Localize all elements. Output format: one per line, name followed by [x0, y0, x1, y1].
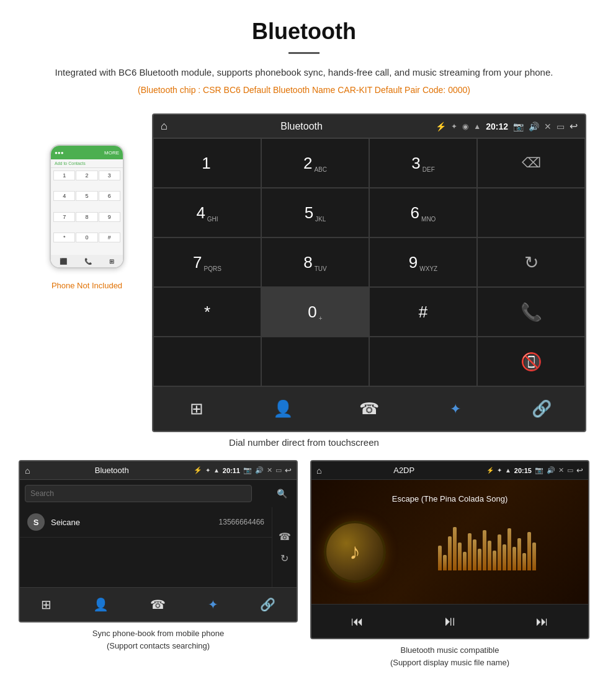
contacts-tab-button[interactable]: 👤: [267, 394, 298, 425]
car-location-icon: ◉: [462, 122, 468, 131]
music-home-icon[interactable]: ⌂: [316, 466, 321, 476]
pb-refresh-action-icon[interactable]: ↻: [280, 552, 288, 564]
dial-key-hash[interactable]: #: [369, 287, 477, 337]
music-prev-button[interactable]: ⏮: [351, 614, 364, 629]
music-screen: ⌂ A2DP ⚡ ✦ ▲ 20:15 📷 🔊 ✕ ▭ ↩ Escape (The…: [310, 460, 589, 639]
phone-icon: ☎: [359, 399, 379, 419]
viz-bar: [483, 530, 486, 570]
music-note-icon: ♪: [349, 539, 360, 565]
music-caption: Bluetooth music compatible (Support disp…: [390, 644, 509, 668]
call-button[interactable]: 📞: [477, 287, 585, 337]
phone-grid-icon: ⊞: [109, 258, 114, 265]
dial-key-4[interactable]: 4GHI: [153, 188, 261, 237]
dial-key-3[interactable]: 3DEF: [369, 138, 477, 188]
main-caption: Dial number direct from touchscreen: [0, 437, 608, 448]
music-status-right: ⚡ ✦ ▲ 20:15 📷 🔊 ✕ ▭ ↩: [486, 466, 583, 475]
bluetooth-tab-button[interactable]: ✦: [440, 394, 471, 425]
dial-key-7[interactable]: 7PQRS: [153, 237, 261, 287]
viz-bar: [443, 555, 447, 570]
pb-contact-list-area: S Seicane 13566664466: [20, 507, 272, 587]
pb-contact-item[interactable]: S Seicane 13566664466: [20, 507, 272, 538]
phone-container: ᛒ ●●● MORE Add to Contacts 1 2: [22, 113, 152, 290]
music-controls-bar: ⏮ ⏯ ⏭: [311, 604, 588, 638]
dial-key-8[interactable]: 8: [76, 212, 97, 222]
dial-key-7[interactable]: 7: [53, 212, 75, 222]
car-back-icon[interactable]: ↩: [570, 120, 578, 132]
phonebook-screen: ⌂ Bluetooth ⚡ ✦ ▲ 20:11 📷 🔊 ✕ ▭ ↩: [19, 460, 298, 622]
pb-action-column: ☎ ↻: [272, 507, 297, 587]
pb-wifi-icon: ▲: [213, 467, 220, 474]
pb-contacts-button[interactable]: 👤: [93, 597, 109, 612]
pb-back-icon[interactable]: ↩: [285, 466, 292, 475]
phone-back-icon: ⬛: [60, 258, 67, 265]
dial-key-star[interactable]: *: [153, 287, 261, 337]
dial-key-0[interactable]: 0+: [261, 287, 369, 337]
music-usb-icon: ⚡: [486, 467, 494, 474]
dial-key-5[interactable]: 5JKL: [261, 188, 369, 237]
dial-key-9[interactable]: 9: [99, 212, 120, 222]
viz-bar: [522, 553, 526, 570]
page-title: Bluetooth: [37, 19, 571, 45]
dial-key-6[interactable]: 6MNO: [369, 188, 477, 237]
dial-key-0[interactable]: 0: [76, 233, 97, 242]
pb-call-action-icon[interactable]: ☎: [279, 531, 291, 543]
car-window-icon: ▭: [557, 122, 565, 131]
pb-dialpad-button[interactable]: ⊞: [41, 597, 51, 612]
phone-wrapper: ᛒ ●●● MORE Add to Contacts 1 2: [47, 138, 127, 275]
car-close-icon[interactable]: ✕: [544, 122, 552, 131]
pb-status-right: ⚡ ✦ ▲ 20:11 📷 🔊 ✕ ▭ ↩: [194, 466, 292, 475]
phone-not-included-label: Phone Not Included: [51, 281, 122, 290]
phone-content: Add to Contacts 1 2 3 4 5 6 7 8 9 *: [51, 159, 123, 267]
end-call-button[interactable]: 📵: [477, 337, 585, 386]
refresh-button[interactable]: ↻: [477, 237, 585, 287]
pb-bottom-bar: ⊞ 👤 ☎ ✦ 🔗: [20, 587, 297, 621]
car-camera-icon: 📷: [513, 122, 524, 131]
music-volume-icon: 🔊: [547, 466, 555, 474]
dial-key-3[interactable]: 3: [99, 171, 120, 180]
viz-bar: [512, 547, 516, 570]
dial-key-5[interactable]: 5: [76, 191, 97, 201]
pb-home-icon[interactable]: ⌂: [25, 466, 30, 476]
viz-bar: [488, 541, 491, 570]
music-next-button[interactable]: ⏭: [536, 614, 548, 629]
music-main: Escape (The Pina Colada Song) ♪: [311, 480, 588, 604]
dial-key-6[interactable]: 6: [99, 191, 120, 201]
dial-key-hash[interactable]: #: [99, 233, 120, 242]
dialpad-tab-button[interactable]: ⊞: [181, 394, 212, 425]
link-tab-button[interactable]: 🔗: [526, 394, 557, 425]
music-wifi-icon: ▲: [505, 467, 511, 474]
car-status-right: ⚡ ✦ ◉ ▲ 20:12 📷 🔊 ✕ ▭ ↩: [436, 120, 578, 132]
dial-key-2[interactable]: 2: [76, 171, 97, 180]
dial-key-9[interactable]: 9WXYZ: [369, 237, 477, 287]
pb-contact-number: 13566664466: [219, 518, 264, 526]
dial-key-8[interactable]: 8TUV: [261, 237, 369, 287]
dial-key-star[interactable]: *: [53, 233, 75, 242]
empty-cell-3: [261, 337, 369, 386]
page-specs: (Bluetooth chip : CSR BC6 Default Blueto…: [37, 85, 571, 95]
pb-close-icon[interactable]: ✕: [267, 466, 272, 474]
pb-link-button[interactable]: 🔗: [260, 597, 275, 612]
contacts-icon: 👤: [273, 399, 293, 419]
phone-tab-button[interactable]: ☎: [354, 394, 385, 425]
music-camera-icon: 📷: [535, 466, 543, 474]
phone-more-label: MORE: [104, 150, 119, 156]
backspace-button[interactable]: ⌫: [477, 138, 585, 188]
car-bottom-bar: ⊞ 👤 ☎ ✦ 🔗: [153, 386, 585, 431]
music-play-pause-button[interactable]: ⏯: [443, 613, 457, 629]
dial-key-4[interactable]: 4: [53, 191, 75, 201]
car-usb-icon: ⚡: [436, 122, 446, 131]
car-home-icon[interactable]: ⌂: [161, 120, 168, 133]
music-close-icon[interactable]: ✕: [558, 466, 564, 474]
bluetooth-icon: ✦: [450, 401, 461, 417]
car-status-left: ⌂: [161, 120, 168, 133]
dialpad-container: 1 2ABC 3DEF ⌫ 4GHI 5JKL: [153, 138, 585, 386]
search-icon: 🔍: [277, 489, 287, 498]
pb-bt-button[interactable]: ✦: [208, 597, 218, 612]
dial-key-1[interactable]: 1: [153, 138, 261, 188]
dial-key-2[interactable]: 2ABC: [261, 138, 369, 188]
pb-phone-button[interactable]: ☎: [150, 597, 166, 612]
viz-bar: [448, 536, 452, 570]
pb-search-input[interactable]: [25, 485, 252, 502]
music-back-icon[interactable]: ↩: [576, 466, 583, 475]
dial-key-1[interactable]: 1: [53, 171, 75, 180]
